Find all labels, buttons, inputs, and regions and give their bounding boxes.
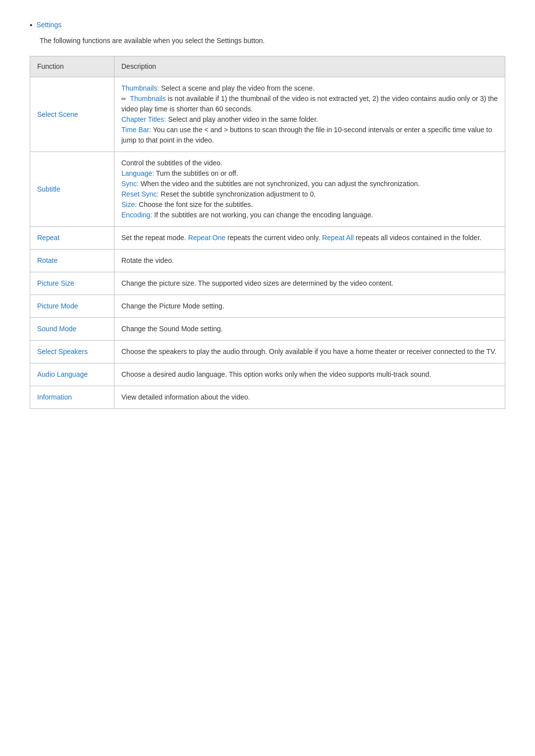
table-row: Sound ModeChange the Sound Mode setting. <box>30 318 505 341</box>
description-cell: Change the picture size. The supported v… <box>114 272 505 295</box>
plain-text: Control the subtitles of the video. <box>121 159 222 167</box>
function-cell: Select Scene <box>30 77 114 152</box>
function-label[interactable]: Picture Mode <box>37 302 78 310</box>
plain-text: You can use the <box>151 126 204 134</box>
function-cell: Picture Size <box>30 272 114 295</box>
header-section: • Settings The following functions are a… <box>30 20 505 46</box>
intro-text: The following functions are available wh… <box>40 36 505 46</box>
table-header-row: Function Description <box>30 56 505 77</box>
function-label[interactable]: Rotate <box>37 256 57 264</box>
table-row: Picture SizeChange the picture size. The… <box>30 272 505 295</box>
description-cell: Thumbnails: Select a scene and play the … <box>114 77 505 152</box>
table-row: RepeatSet the repeat mode. Repeat One re… <box>30 227 505 250</box>
plain-text: Select a scene and play the video from t… <box>159 84 315 92</box>
table-row: SubtitleControl the subtitles of the vid… <box>30 152 505 227</box>
function-cell: Subtitle <box>30 152 114 227</box>
bullet-symbol: • <box>30 20 33 31</box>
description-cell: Control the subtitles of the video.Langu… <box>114 152 505 227</box>
settings-link[interactable]: Settings <box>37 20 62 30</box>
blue-term: Language: <box>121 169 154 177</box>
function-label[interactable]: Select Scene <box>37 110 78 118</box>
description-cell: Change the Picture Mode setting. <box>114 295 505 318</box>
function-cell: Audio Language <box>30 363 114 386</box>
function-label[interactable]: Sound Mode <box>37 325 76 333</box>
col-function-header: Function <box>30 56 114 77</box>
description-cell: Set the repeat mode. Repeat One repeats … <box>114 227 505 250</box>
functions-table: Function Description Select SceneThumbna… <box>30 56 505 409</box>
plain-text: Reset the subtitle synchronization adjus… <box>159 190 316 198</box>
pencil-icon: ✏ <box>121 96 128 102</box>
blue-term: Repeat One <box>188 234 226 242</box>
blue-term: Chapter Titles: <box>121 115 166 123</box>
function-label[interactable]: Information <box>37 393 72 401</box>
blue-term: Time Bar: <box>121 126 151 134</box>
plain-text: Choose the font size for the subtitles. <box>137 201 253 208</box>
description-cell: Rotate the video. <box>114 250 505 272</box>
blue-term: Sync: <box>121 180 139 188</box>
function-label[interactable]: Repeat <box>37 234 59 242</box>
table-row: Picture ModeChange the Picture Mode sett… <box>30 295 505 318</box>
function-cell: Information <box>30 386 114 409</box>
table-row: Select SceneThumbnails: Select a scene a… <box>30 77 505 152</box>
table-row: InformationView detailed information abo… <box>30 386 505 409</box>
plain-text: If the subtitles are not working, you ca… <box>152 211 373 219</box>
plain-text: < and > <box>205 126 228 134</box>
blue-term: Thumbnails <box>130 95 165 102</box>
function-label[interactable]: Subtitle <box>37 185 60 193</box>
table-row: RotateRotate the video. <box>30 250 505 272</box>
blue-term: Thumbnails: <box>121 84 159 92</box>
function-label[interactable]: Audio Language <box>37 370 88 378</box>
plain-text: Select and play another video in the sam… <box>166 115 318 123</box>
blue-term: Encoding: <box>121 211 152 219</box>
plain-text: repeats all videos contained in the fold… <box>354 234 482 242</box>
col-description-header: Description <box>114 56 505 77</box>
table-row: Audio LanguageChoose a desired audio lan… <box>30 363 505 386</box>
plain-text: Turn the subtitles on or off. <box>154 169 238 177</box>
function-cell: Select Speakers <box>30 341 114 363</box>
table-row: Select SpeakersChoose the speakers to pl… <box>30 341 505 363</box>
plain-text: repeats the current video only. <box>225 234 322 242</box>
description-cell: Change the Sound Mode setting. <box>114 318 505 341</box>
description-cell: View detailed information about the vide… <box>114 386 505 409</box>
function-label[interactable]: Select Speakers <box>37 348 88 355</box>
plain-text: When the video and the subtitles are not… <box>139 180 420 188</box>
plain-text: Set the repeat mode. <box>121 234 188 242</box>
description-cell: Choose the speakers to play the audio th… <box>114 341 505 363</box>
plain-text: is not available if 1) the thumbnail of … <box>121 95 498 113</box>
description-cell: Choose a desired audio language. This op… <box>114 363 505 386</box>
blue-term: Size: <box>121 201 137 208</box>
function-cell: Sound Mode <box>30 318 114 341</box>
function-label[interactable]: Picture Size <box>37 279 74 287</box>
function-cell: Repeat <box>30 227 114 250</box>
blue-term: Repeat All <box>322 234 354 242</box>
bullet-line: • Settings <box>30 20 505 31</box>
blue-term: Reset Sync: <box>121 190 159 198</box>
function-cell: Picture Mode <box>30 295 114 318</box>
function-cell: Rotate <box>30 250 114 272</box>
